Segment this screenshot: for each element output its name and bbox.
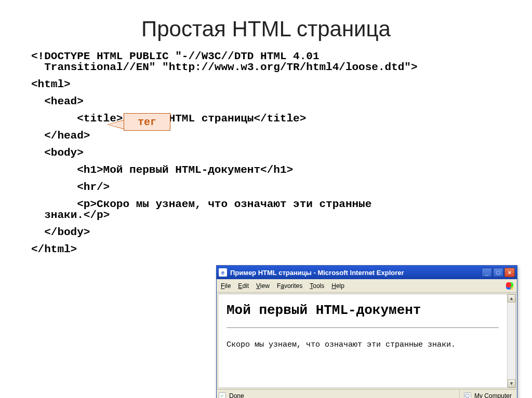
code-line-h1: <h1>Мой первый HTML-документ</h1> (31, 164, 501, 175)
vertical-scrollbar[interactable]: ▲ ▼ (507, 294, 515, 388)
rendered-paragraph: Скоро мы узнаем, что означают эти странн… (227, 340, 499, 349)
code-example: <!DOCTYPE HTML PUBLIC "-//W3C//DTD HTML … (31, 51, 501, 255)
menu-view[interactable]: View (256, 282, 270, 290)
code-line-p1: <p>Скоро мы узнаем, что означают эти стр… (31, 199, 501, 210)
status-right: 🖵 My Computer (464, 392, 515, 399)
scroll-up-button[interactable]: ▲ (508, 294, 515, 303)
maximize-button[interactable]: □ (493, 268, 503, 277)
rendered-h1: Мой первый HTML-документ (227, 303, 499, 318)
menu-file[interactable]: File (221, 282, 231, 290)
menu-favorites[interactable]: Favorites (277, 282, 302, 290)
scroll-track[interactable] (508, 303, 515, 379)
code-line-body-close: </body> (31, 227, 501, 238)
scroll-down-button[interactable]: ▼ (508, 379, 515, 388)
code-line-head-close: </head> (31, 130, 501, 141)
menu-tools[interactable]: Tools (310, 282, 324, 290)
code-line-body-open: <body> (31, 147, 501, 158)
slide: Простая HTML страница <!DOCTYPE HTML PUB… (0, 17, 532, 398)
windows-logo-icon (504, 281, 515, 291)
menu-help[interactable]: Help (331, 282, 344, 290)
minimize-button[interactable]: _ (482, 268, 492, 277)
code-line-head-open: <head> (31, 96, 501, 107)
browser-viewport: Мой первый HTML-документ Скоро мы узнаем… (218, 294, 516, 388)
browser-menubar: File Edit View Favorites Tools Help (217, 279, 517, 293)
menu-edit[interactable]: Edit (238, 282, 249, 290)
page-title: Простая HTML страница (0, 17, 532, 42)
browser-statusbar: ✓ Done 🖵 My Computer (217, 389, 517, 398)
browser-window: e Пример HTML страницы - Microsoft Inter… (216, 265, 517, 398)
code-line-doctype-1: <!DOCTYPE HTML PUBLIC "-//W3C//DTD HTML … (31, 51, 501, 62)
browser-titlebar[interactable]: e Пример HTML страницы - Microsoft Inter… (217, 266, 517, 279)
browser-window-title: Пример HTML страницы - Microsoft Interne… (230, 269, 482, 277)
status-text-zone: My Computer (474, 392, 512, 399)
code-line-title: <title>Пример HTML страницы</title> (31, 113, 501, 124)
rendered-page: Мой первый HTML-документ Скоро мы узнаем… (218, 294, 507, 388)
status-text-done: Done (229, 392, 244, 399)
status-left: ✓ Done (219, 390, 460, 398)
code-line-html-close: </html> (31, 244, 501, 255)
window-controls: _ □ × (482, 268, 515, 277)
computer-icon: 🖵 (464, 392, 471, 399)
code-line-hr: <hr/> (31, 182, 501, 193)
code-line-doctype-2: Transitional//EN" "http://www.w3.org/TR/… (31, 62, 501, 73)
close-button[interactable]: × (504, 268, 515, 277)
ie-icon: e (219, 268, 227, 277)
code-line-html-open: <html> (31, 79, 501, 90)
code-line-p2: знаки.</p> (31, 210, 501, 221)
done-icon: ✓ (219, 392, 226, 399)
rendered-hr (227, 327, 499, 328)
